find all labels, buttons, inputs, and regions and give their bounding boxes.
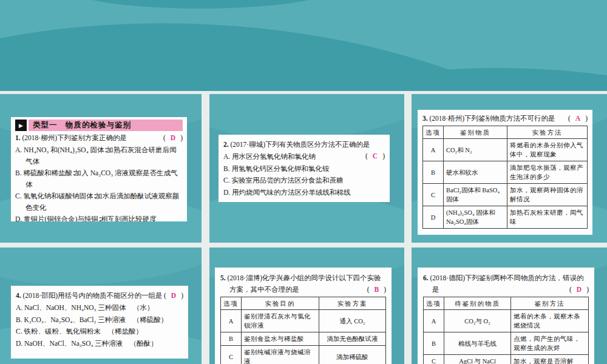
- question-stem: 3. (2018·梧州)下列鉴别物质方法不可行的是(A): [422, 113, 588, 124]
- option-d: D. 用灼烧闻气味的方法区分羊绒线和棉线: [223, 187, 385, 199]
- slide-thumbnail-q1[interactable]: ▶ 类型一 物质的检验与鉴别 1. (2018·柳州)下列鉴别方案正确的是(D)…: [0, 94, 202, 243]
- question-stem: 5. (2018·淄博)化学兴趣小组的同学设计以下四个实验方案，其中不合理的是(…: [220, 272, 386, 295]
- table-row: A CO₂与 O₂ 燃着的木条，观察木条燃烧情况: [424, 310, 589, 332]
- question-number: 6.: [423, 274, 429, 281]
- answer-letter: D: [577, 286, 582, 293]
- question-text: (2018·德阳)下列鉴别两种不同物质的方法，错误的是: [430, 274, 584, 293]
- option-b: B. 用氢氧化钙区分氯化钾和氯化铵: [223, 163, 385, 175]
- question-number: 5.: [220, 274, 226, 281]
- answer-letter: D: [171, 292, 176, 299]
- question-stem: 1. (2018·柳州)下列鉴别方案正确的是(D): [15, 132, 183, 144]
- question-text: (2017·聊城)下列有关物质区分方法不正确的是: [231, 141, 370, 148]
- section-title: 类型一 物质的检验与鉴别: [29, 120, 183, 131]
- question-stem: 4. (2018·邵阳)用括号内的物质不能区分的一组是(D): [16, 290, 183, 302]
- question-card-2: 2. (2017·聊城)下列有关物质区分方法不正确的是(C) A. 用水区分氢氧…: [219, 135, 390, 202]
- table-header-row: 选项 待鉴别的物质 鉴别方法: [424, 297, 589, 310]
- table-row: B 鉴别食盐水与稀盐酸 滴加无色酚酞试液: [221, 332, 386, 346]
- table-row: C 鉴别纯碱溶液与烧碱溶液 滴加稀硫酸: [221, 346, 386, 364]
- question-number: 1.: [15, 134, 21, 141]
- table-header-row: 选项 实验目的 实验方案: [221, 297, 386, 310]
- option-a: A. NaCl、NaOH、NH₄NO₃ 三种固体 （水）: [16, 302, 183, 314]
- answer-letter: D: [171, 134, 175, 141]
- question-text: (2018·邵阳)用括号内的物质不能区分的一组是: [23, 292, 163, 299]
- wave-decoration: [73, 0, 328, 8]
- answer-slot: (D): [164, 290, 183, 302]
- slide-thumbnail-q2[interactable]: 2. (2017·聊城)下列有关物质区分方法不正确的是(C) A. 用水区分氢氧…: [209, 94, 404, 243]
- table-row: D (NH₄)₂SO₄ 固体和Na₂SO₄固体 加熟石灰粉末研磨，闻气味: [423, 206, 588, 229]
- table-row: B 硬水和软水 滴加肥皂水振荡，观察产生泡沫的多少: [423, 161, 588, 184]
- question-stem: 2. (2017·聊城)下列有关物质区分方法不正确的是(C): [223, 139, 385, 150]
- slide-thumbnail-q5[interactable]: 5. (2018·淄博)化学兴趣小组的同学设计以下四个实验方案，其中不合理的是(…: [209, 248, 404, 364]
- title-slide-partial: [0, 0, 607, 91]
- answer-letter: B: [374, 286, 379, 293]
- identification-table: 选项 鉴别物质 实验方法 A CO₂和 N₂ 将燃着的木条分别伸入气体中，观察现…: [422, 126, 588, 229]
- question-card-5: 5. (2018·淄博)化学兴趣小组的同学设计以下四个实验方案，其中不合理的是(…: [215, 268, 392, 364]
- play-icon: ▶: [15, 120, 27, 131]
- col-header-plan: 实验方案: [319, 297, 386, 310]
- identification-method-table: 选项 待鉴别的物质 鉴别方法 A CO₂与 O₂ 燃着的木条，观察木条燃烧情况 …: [423, 297, 589, 364]
- answer-letter: A: [575, 115, 580, 122]
- answer-slot: (D): [569, 284, 589, 295]
- question-number: 3.: [422, 115, 428, 122]
- section-header: ▶ 类型一 物质的检验与鉴别: [15, 120, 183, 131]
- table-row: C AgCl 与 NaCl 加水，观察是否溶解: [424, 355, 589, 364]
- table-row: B 棉线与羊毛线 点燃，闻产生的气味，观察生成的灰烬: [424, 332, 589, 355]
- option-c: C. 铁粉、碳粉、氧化铜粉末 （稀盐酸）: [16, 326, 183, 338]
- question-card-6: 6. (2018·德阳)下列鉴别两种不同物质的方法，错误的是(D) 选项 待鉴别…: [418, 268, 594, 364]
- question-number: 2.: [223, 141, 229, 148]
- question-number: 4.: [16, 292, 21, 299]
- experiment-plan-table: 选项 实验目的 实验方案 A 鉴别澄清石灰水与氯化钡溶液 通入 CO₂ B 鉴别…: [220, 297, 386, 364]
- option-a: A. 用水区分氢氧化钠和氯化钠: [223, 151, 385, 163]
- option-c: C. 实验室用品尝的方法区分食盐和蔗糖: [223, 175, 385, 187]
- question-card-4: 4. (2018·邵阳)用括号内的物质不能区分的一组是(D) A. NaCl、N…: [11, 286, 188, 359]
- answer-slot: (D): [163, 132, 183, 144]
- table-header-row: 选项 鉴别物质 实验方法: [423, 126, 588, 139]
- question-text: (2018·柳州)下列鉴别方案正确的是: [22, 134, 127, 141]
- table-row: C BaCl₂固体和 BaSO₄固体 加水，观察两种固体的溶解情况: [423, 184, 588, 206]
- slide-thumbnail-q4[interactable]: 4. (2018·邵阳)用括号内的物质不能区分的一组是(D) A. NaCl、N…: [0, 248, 202, 364]
- question-text: (2018·淄博)化学兴趣小组的同学设计以下四个实验方案，其中不合理的是: [228, 274, 381, 293]
- col-header-purpose: 实验目的: [242, 297, 319, 310]
- col-header-option: 选项: [424, 297, 444, 310]
- col-header-option: 选项: [423, 126, 444, 139]
- slide-thumbnail-q3[interactable]: 3. (2018·梧州)下列鉴别物质方法不可行的是(A) 选项 鉴别物质 实验方…: [412, 94, 607, 243]
- question-text: (2018·梧州)下列鉴别物质方法不可行的是: [430, 115, 555, 122]
- option-d: D. NaOH、NaCl、Na₂SO₄ 三种溶液 （酚酞）: [16, 338, 183, 350]
- answer-slot: (A): [568, 113, 588, 124]
- question-card-3: 3. (2018·梧州)下列鉴别物质方法不可行的是(A) 选项 鉴别物质 实验方…: [418, 110, 592, 235]
- question-card-1: ▶ 类型一 物质的检验与鉴别 1. (2018·柳州)下列鉴别方案正确的是(D)…: [11, 117, 187, 221]
- col-header-option: 选项: [221, 297, 242, 310]
- slide-thumbnail-q6[interactable]: 6. (2018·德阳)下列鉴别两种不同物质的方法，错误的是(D) 选项 待鉴别…: [412, 248, 607, 364]
- col-header-method: 实验方法: [507, 126, 588, 139]
- col-header-method: 鉴别方法: [511, 297, 589, 310]
- table-row: A 鉴别澄清石灰水与氯化钡溶液 通入 CO₂: [221, 310, 386, 332]
- option-b: B. 稀硫酸和稀盐酸∶加入 Na₂CO₃ 溶液观察是否生成气体: [15, 167, 183, 190]
- option-a: A. NH₄NO₃ 和(NH₄)₂SO₄ 固体∶加熟石灰混合研磨后闻气体: [15, 144, 183, 167]
- answer-slot: (B): [367, 284, 386, 295]
- answer-slot: (C): [365, 150, 385, 162]
- answer-letter: C: [373, 152, 378, 160]
- col-header-substance: 待鉴别的物质: [444, 297, 511, 310]
- col-header-substance: 鉴别物质: [444, 126, 507, 139]
- option-b: B. K₂CO₃、Na₂SO₄、BaCl₂ 三种溶液 （稀硫酸）: [16, 314, 183, 326]
- option-c: C. 氢氧化钠和碳酸钠固体∶加水后滴加酚酞试液观察颜色变化: [15, 190, 183, 214]
- option-d: D. 黄铜片(铜锌合金)与纯铜∶相互刻画比较硬度: [15, 214, 183, 221]
- question-stem: 6. (2018·德阳)下列鉴别两种不同物质的方法，错误的是(D): [423, 272, 589, 295]
- table-row: A CO₂和 N₂ 将燃着的木条分别伸入气体中，观察现象: [423, 139, 588, 161]
